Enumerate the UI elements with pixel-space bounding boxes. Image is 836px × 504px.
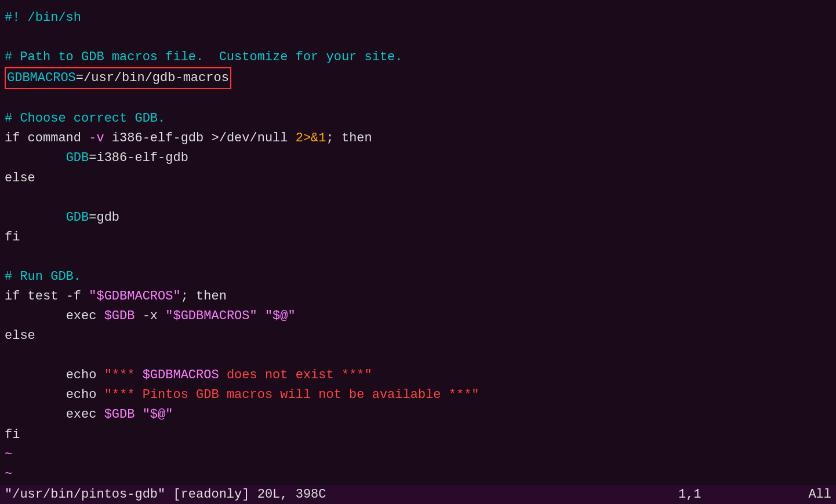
command-word: command	[28, 131, 89, 145]
line-echo1: echo "*** $GDBMACROS does not exist ***"	[0, 366, 836, 385]
echo-str-2: "*** Pintos GDB macros will not be avail…	[104, 388, 479, 402]
line-shebang: #! /bin/sh	[0, 8, 836, 28]
line-if1: if command -v i386-elf-gdb >/dev/null 2>…	[0, 129, 836, 148]
status-filename-text: "/usr/bin/pintos-gdb"	[5, 487, 165, 502]
if-word-2: if	[5, 289, 28, 304]
gdb-var-2: GDB	[66, 210, 89, 225]
line-gdb-assign1: GDB=i386-elf-gdb	[0, 148, 836, 168]
line-else2: else	[0, 326, 836, 346]
comment-2-text: # Choose correct GDB.	[5, 111, 165, 126]
at-str-2: "$@"	[143, 407, 173, 422]
line-blank-2	[0, 89, 836, 109]
gdb-val-2: =gdb	[89, 210, 119, 225]
comment-1-text: # Path to GDB macros file. Customize for…	[5, 50, 403, 64]
line-tilde-1: ~	[0, 445, 836, 465]
redirect-null: >/dev/null	[211, 131, 295, 145]
gdbmacros-quoted: "$GDBMACROS"	[89, 289, 180, 304]
echo-str-1b: does not exist ***"	[219, 368, 372, 382]
gdbmacros-equals: =/usr/bin/gdb-macros	[76, 71, 229, 85]
line-else1: else	[0, 169, 836, 188]
status-filename: "/usr/bin/pintos-gdb" [readonly] 20L, 39…	[5, 487, 326, 502]
echo-word-2: echo	[66, 388, 104, 402]
line-exec1: exec $GDB -x "$GDBMACROS" "$@"	[0, 306, 836, 326]
redirect-2: 2>&1	[296, 131, 326, 145]
x-flag: -x	[143, 309, 166, 323]
line-if2: if test -f "$GDBMACROS"; then	[0, 287, 836, 306]
at-str: "$@"	[265, 309, 296, 323]
line-blank-1	[0, 28, 836, 48]
line-tilde-2: ~	[0, 465, 836, 484]
line-fi2: fi	[0, 425, 836, 445]
gdbmacros-assign-box: GDBMACROS=/usr/bin/gdb-macros	[5, 67, 231, 89]
test-flag: -f	[66, 289, 89, 304]
if-word-1: if	[5, 131, 28, 145]
else-word-1: else	[5, 171, 35, 185]
semicolon-then: ; then	[326, 131, 372, 145]
dollar-gdbmacros-1: $GDBMACROS	[143, 368, 219, 382]
gdb-val-1: =i386-elf-gdb	[89, 151, 188, 165]
echo-str-1: "***	[104, 368, 143, 382]
fi-word-1: fi	[5, 230, 20, 244]
tilde-2: ~	[5, 467, 12, 481]
line-blank-4	[0, 247, 836, 267]
semicolon-then-2: ; then	[181, 289, 227, 304]
gdb-var-1: GDB	[66, 151, 89, 165]
dollar-gdb-2: $GDB	[104, 407, 143, 422]
status-scroll: All	[808, 487, 831, 502]
tilde-1: ~	[5, 447, 12, 462]
code-area: #! /bin/sh # Path to GDB macros file. Cu…	[0, 6, 836, 504]
status-bar: "/usr/bin/pintos-gdb" [readonly] 20L, 39…	[0, 485, 836, 504]
comment-3-text: # Run GDB.	[5, 269, 81, 284]
gdbmacros-varname: GDBMACROS	[7, 71, 76, 85]
line-gdb-assign2: GDB=gdb	[0, 208, 836, 228]
exec-word-1: exec	[66, 309, 104, 323]
line-comment-1: # Path to GDB macros file. Customize for…	[0, 48, 836, 67]
line-fi1: fi	[0, 228, 836, 247]
line-echo2: echo "*** Pintos GDB macros will not be …	[0, 385, 836, 405]
line-comment-3: # Run GDB.	[0, 267, 836, 287]
test-word: test	[28, 289, 66, 304]
status-position: 1,1 All	[678, 487, 831, 502]
line-gdbmacros-assign: GDBMACROS=/usr/bin/gdb-macros	[0, 67, 836, 89]
fi-word-2: fi	[5, 428, 20, 442]
line-comment-2: # Choose correct GDB.	[0, 109, 836, 129]
gdbmacros-str: "$GDBMACROS"	[165, 309, 265, 323]
status-lines: 20L,	[257, 487, 288, 502]
status-readonly: [readonly]	[173, 487, 249, 502]
line-blank-5	[0, 346, 836, 366]
editor: #! /bin/sh # Path to GDB macros file. Cu…	[0, 0, 836, 504]
cmd-v-flag: -v	[89, 131, 112, 145]
i386-gdb: i386-elf-gdb	[112, 131, 212, 145]
echo-word-1: echo	[66, 368, 104, 382]
line-blank-3	[0, 188, 836, 208]
line-exec2: exec $GDB "$@"	[0, 405, 836, 425]
status-pos-text: 1,1	[678, 487, 701, 502]
exec-word-2: exec	[66, 407, 104, 422]
shebang-text: #! /bin/sh	[5, 10, 81, 25]
dollar-gdb-1: $GDB	[104, 309, 143, 323]
else-word-2: else	[5, 328, 35, 343]
status-bytes: 398C	[296, 487, 326, 502]
